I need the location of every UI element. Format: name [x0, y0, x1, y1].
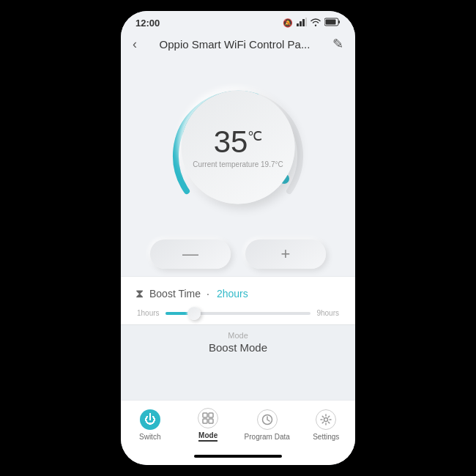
switch-nav-icon: ⏻ [140, 409, 160, 430]
controls-row: — + [121, 232, 355, 276]
svg-rect-3 [305, 18, 307, 26]
boost-value: 2hours [217, 288, 248, 300]
dial-area: 35 ℃ Current temperature 19.7°C [121, 59, 355, 232]
svg-rect-6 [326, 20, 336, 25]
signal-icon [297, 18, 307, 28]
program-data-nav-label: Program Data [245, 433, 290, 441]
boost-label: Boost Time [149, 288, 201, 300]
current-temperature: Current temperature 19.7°C [193, 160, 283, 168]
status-time: 12:00 [135, 18, 160, 29]
svg-rect-2 [302, 19, 305, 26]
mode-label: Mode [135, 331, 341, 340]
dial-inner: 35 ℃ Current temperature 19.7°C [182, 91, 295, 204]
boost-icon: ⧗ [135, 287, 144, 300]
nav-item-mode[interactable]: Mode [186, 408, 230, 442]
svg-rect-10 [203, 419, 207, 423]
main-content: 35 ℃ Current temperature 19.7°C — + ⧗ Bo… [121, 59, 355, 400]
decrease-icon: — [182, 246, 198, 262]
boost-separator: · [207, 288, 209, 300]
home-indicator-bar [121, 452, 355, 465]
mode-value: Boost Mode [135, 341, 341, 354]
wifi-icon [310, 18, 321, 28]
set-temperature: 35 [214, 127, 248, 157]
increase-button[interactable]: + [245, 239, 326, 269]
nav-item-program-data[interactable]: Program Data [245, 409, 290, 441]
svg-rect-11 [209, 419, 213, 423]
top-nav: ‹ Oppio Smart WiFi Control Pa... ✎ [121, 31, 355, 59]
increase-icon: + [281, 246, 291, 262]
boost-row: ⧗ Boost Time · 2hours [135, 287, 341, 300]
mute-icon: 🔕 [283, 18, 293, 28]
svg-rect-5 [338, 21, 340, 23]
switch-nav-label: Switch [139, 433, 160, 441]
status-bar: 12:00 🔕 [121, 11, 355, 31]
svg-rect-9 [209, 413, 213, 417]
nav-item-switch[interactable]: ⏻ Switch [128, 409, 172, 441]
home-indicator [194, 455, 282, 458]
nav-item-settings[interactable]: Settings [304, 409, 348, 441]
edit-button[interactable]: ✎ [332, 36, 343, 52]
svg-rect-0 [297, 23, 299, 26]
svg-point-13 [324, 417, 328, 421]
boost-card: ⧗ Boost Time · 2hours 1hours 9hours [121, 276, 355, 324]
slider-max-label: 9hours [316, 309, 339, 317]
settings-nav-label: Settings [313, 433, 339, 441]
settings-nav-icon [316, 409, 336, 430]
boost-slider-container: 1hours 9hours [135, 309, 341, 317]
decrease-button[interactable]: — [150, 239, 231, 269]
battery-icon [324, 18, 341, 28]
boost-slider[interactable] [166, 312, 311, 315]
phone-frame: 12:00 🔕 ‹ Oppio Smart WiFi Control Pa...… [121, 11, 355, 465]
temperature-unit: ℃ [248, 130, 262, 143]
thermostat-dial[interactable]: 35 ℃ Current temperature 19.7°C [165, 74, 311, 220]
slider-min-label: 1hours [137, 309, 160, 317]
program-data-nav-icon [257, 409, 278, 430]
mode-section: Mode Boost Mode [121, 324, 355, 361]
back-button[interactable]: ‹ [133, 37, 137, 52]
mode-nav-icon [198, 408, 218, 428]
svg-rect-1 [300, 21, 302, 26]
svg-rect-8 [203, 413, 207, 417]
bottom-nav: ⏻ Switch Mode Program [121, 400, 355, 452]
slider-thumb[interactable] [187, 307, 201, 320]
page-title: Oppio Smart WiFi Control Pa... [160, 38, 310, 51]
status-icons: 🔕 [283, 18, 341, 28]
mode-nav-label: Mode [198, 431, 217, 442]
